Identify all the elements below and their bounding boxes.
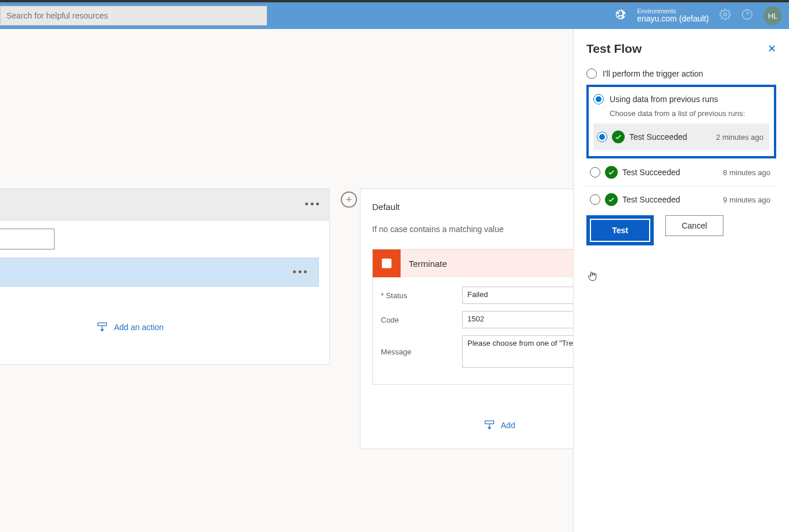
environment-selector[interactable]: Environments enayu.com (default) — [637, 8, 709, 23]
case-card: ••• e a card ••• Add an action — [0, 189, 330, 365]
terminate-label: Terminate — [401, 259, 447, 269]
option-previous-subtext: Choose data from a list of previous runs… — [610, 109, 769, 118]
environment-icon — [615, 9, 626, 23]
highlighted-test-button: Test — [586, 215, 654, 245]
run-item[interactable]: Test Succeeded 2 minutes ago — [593, 124, 769, 150]
radio-icon — [590, 167, 600, 178]
radio-icon — [586, 68, 597, 79]
search-input[interactable] — [6, 11, 261, 20]
option-previous-runs[interactable]: Using data from previous runs — [593, 92, 769, 107]
add-branch-icon[interactable]: + — [341, 191, 357, 208]
run-time: 8 minutes ago — [723, 168, 770, 177]
environment-label: Environments — [637, 8, 709, 15]
highlighted-previous-runs: Using data from previous runs Choose dat… — [586, 85, 776, 158]
svg-point-1 — [743, 10, 752, 20]
cancel-button[interactable]: Cancel — [665, 215, 723, 236]
case-value-input[interactable] — [0, 229, 55, 249]
more-icon[interactable]: ••• — [305, 198, 321, 211]
svg-rect-3 — [98, 323, 107, 326]
more-icon[interactable]: ••• — [293, 266, 309, 278]
success-icon — [612, 131, 625, 143]
run-label: Test Succeeded — [629, 132, 711, 142]
insert-step-icon — [96, 321, 108, 333]
svg-marker-5 — [100, 329, 105, 331]
top-bar: Environments enayu.com (default) HL — [0, 0, 789, 29]
run-item[interactable]: Test Succeeded 9 minutes ago — [586, 186, 776, 213]
radio-icon — [590, 194, 600, 205]
svg-rect-8 — [485, 421, 493, 424]
terminate-icon — [373, 249, 401, 277]
success-icon — [605, 166, 618, 179]
search-input-container[interactable] — [0, 6, 267, 26]
avatar[interactable]: HL — [763, 6, 782, 25]
close-icon[interactable]: ✕ — [768, 42, 776, 55]
success-icon — [605, 193, 618, 206]
environment-name: enayu.com (default) — [637, 15, 709, 23]
flow-canvas[interactable]: ••• e a card ••• Add an action + Default… — [0, 29, 789, 532]
settings-icon[interactable] — [719, 9, 731, 23]
run-time: 9 minutes ago — [723, 196, 770, 204]
option-manual[interactable]: I'll perform the trigger action — [586, 66, 776, 81]
radio-icon — [597, 132, 607, 142]
message-label: Message — [381, 348, 462, 356]
insert-step-icon — [484, 419, 495, 431]
run-item[interactable]: Test Succeeded 8 minutes ago — [586, 158, 776, 186]
trello-action-row[interactable]: e a card ••• — [0, 258, 319, 287]
top-right-cluster: Environments enayu.com (default) HL — [615, 6, 782, 25]
option-previous-label: Using data from previous runs — [610, 95, 718, 104]
code-label: Code — [381, 316, 462, 324]
add-action-button[interactable]: Add an action — [0, 287, 319, 350]
run-time: 2 minutes ago — [716, 133, 763, 142]
help-icon[interactable] — [741, 9, 753, 23]
panel-title: Test Flow — [586, 42, 642, 56]
test-flow-panel: Test Flow ✕ I'll perform the trigger act… — [573, 29, 789, 532]
run-label: Test Succeeded — [622, 168, 718, 177]
test-button[interactable]: Test — [591, 220, 649, 241]
run-label: Test Succeeded — [622, 195, 718, 204]
svg-point-0 — [724, 13, 727, 16]
svg-marker-10 — [487, 427, 491, 429]
option-manual-label: I'll perform the trigger action — [603, 69, 703, 78]
radio-icon — [593, 94, 604, 104]
add-action-label: Add an action — [114, 323, 164, 332]
add-action-label: Add — [501, 421, 516, 430]
status-label: * Status — [381, 291, 462, 300]
case-card-header[interactable]: ••• — [0, 189, 329, 220]
